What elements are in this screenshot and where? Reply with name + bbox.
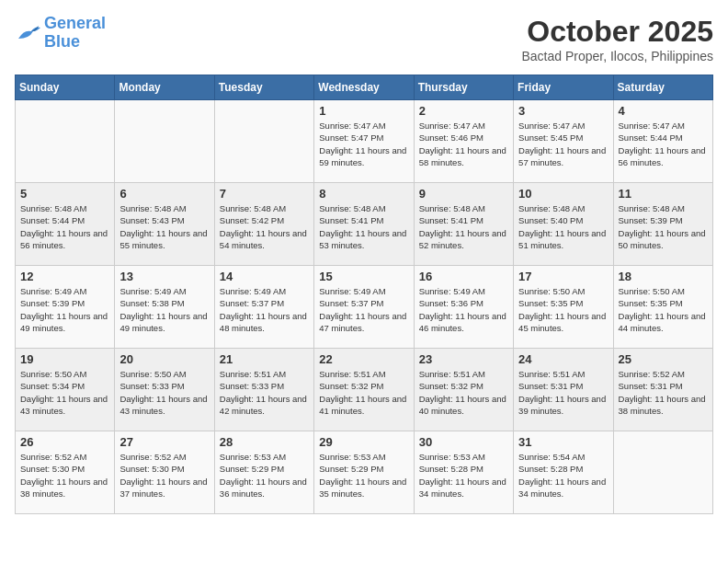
day-info: Sunrise: 5:47 AM Sunset: 5:45 PM Dayligh… [518, 120, 608, 168]
header-tuesday: Tuesday [214, 75, 313, 100]
day-info: Sunrise: 5:47 AM Sunset: 5:44 PM Dayligh… [619, 120, 708, 168]
day-info: Sunrise: 5:48 AM Sunset: 5:41 PM Dayligh… [419, 202, 508, 251]
day-info: Sunrise: 5:48 AM Sunset: 5:43 PM Dayligh… [119, 202, 209, 251]
logo-icon [15, 22, 40, 44]
page-header: General Blue October 2025 Bactad Proper,… [15, 15, 713, 63]
day-info: Sunrise: 5:53 AM Sunset: 5:29 PM Dayligh… [319, 451, 408, 500]
table-row: 25Sunrise: 5:52 AM Sunset: 5:31 PM Dayli… [613, 349, 712, 431]
day-number: 14 [220, 270, 309, 283]
day-info: Sunrise: 5:49 AM Sunset: 5:39 PM Dayligh… [20, 285, 109, 334]
day-info: Sunrise: 5:48 AM Sunset: 5:40 PM Dayligh… [518, 202, 608, 251]
day-number: 28 [220, 435, 309, 449]
day-number: 4 [619, 104, 708, 118]
day-number: 13 [119, 270, 209, 283]
calendar-header: Sunday Monday Tuesday Wednesday Thursday… [16, 75, 713, 100]
day-info: Sunrise: 5:52 AM Sunset: 5:30 PM Dayligh… [20, 451, 109, 500]
table-row: 13Sunrise: 5:49 AM Sunset: 5:38 PM Dayli… [115, 266, 214, 349]
day-number: 31 [518, 435, 608, 449]
table-row: 9Sunrise: 5:48 AM Sunset: 5:41 PM Daylig… [414, 183, 513, 266]
day-number: 25 [619, 352, 708, 366]
table-row: 6Sunrise: 5:48 AM Sunset: 5:43 PM Daylig… [115, 183, 214, 266]
day-info: Sunrise: 5:48 AM Sunset: 5:44 PM Dayligh… [20, 202, 109, 251]
header-friday: Friday [514, 75, 613, 100]
day-number: 18 [619, 270, 708, 283]
table-row: 2Sunrise: 5:47 AM Sunset: 5:46 PM Daylig… [414, 100, 513, 183]
table-row: 15Sunrise: 5:49 AM Sunset: 5:37 PM Dayli… [314, 266, 414, 349]
day-info: Sunrise: 5:48 AM Sunset: 5:41 PM Dayligh… [319, 202, 408, 251]
table-row: 18Sunrise: 5:50 AM Sunset: 5:35 PM Dayli… [613, 266, 712, 349]
table-row: 30Sunrise: 5:53 AM Sunset: 5:28 PM Dayli… [414, 431, 513, 514]
day-info: Sunrise: 5:53 AM Sunset: 5:29 PM Dayligh… [220, 451, 309, 500]
day-number: 23 [419, 352, 508, 366]
table-row: 4Sunrise: 5:47 AM Sunset: 5:44 PM Daylig… [613, 100, 712, 183]
header-sunday: Sunday [16, 75, 115, 100]
logo: General Blue [15, 15, 106, 52]
table-row: 12Sunrise: 5:49 AM Sunset: 5:39 PM Dayli… [16, 266, 115, 349]
day-number: 12 [20, 270, 109, 283]
day-info: Sunrise: 5:49 AM Sunset: 5:37 PM Dayligh… [220, 285, 309, 334]
day-info: Sunrise: 5:51 AM Sunset: 5:31 PM Dayligh… [518, 368, 608, 417]
day-number: 7 [220, 187, 309, 201]
table-row: 23Sunrise: 5:51 AM Sunset: 5:32 PM Dayli… [414, 349, 513, 431]
day-info: Sunrise: 5:48 AM Sunset: 5:39 PM Dayligh… [619, 202, 708, 251]
day-number: 6 [119, 187, 209, 201]
table-row: 8Sunrise: 5:48 AM Sunset: 5:41 PM Daylig… [314, 183, 414, 266]
day-info: Sunrise: 5:50 AM Sunset: 5:35 PM Dayligh… [619, 285, 708, 334]
day-info: Sunrise: 5:51 AM Sunset: 5:33 PM Dayligh… [220, 368, 309, 417]
day-number: 11 [619, 187, 708, 201]
calendar-body: 1Sunrise: 5:47 AM Sunset: 5:47 PM Daylig… [16, 100, 713, 514]
day-number: 22 [319, 352, 408, 366]
day-number: 2 [419, 104, 508, 118]
table-row [613, 431, 712, 514]
table-row: 17Sunrise: 5:50 AM Sunset: 5:35 PM Dayli… [514, 266, 613, 349]
day-info: Sunrise: 5:48 AM Sunset: 5:42 PM Dayligh… [220, 202, 309, 251]
day-number: 16 [419, 270, 508, 283]
header-thursday: Thursday [414, 75, 513, 100]
title-block: October 2025 Bactad Proper, Ilocos, Phil… [521, 15, 713, 63]
day-info: Sunrise: 5:54 AM Sunset: 5:28 PM Dayligh… [518, 451, 608, 500]
day-number: 20 [119, 352, 209, 366]
table-row: 14Sunrise: 5:49 AM Sunset: 5:37 PM Dayli… [214, 266, 313, 349]
day-number: 1 [319, 104, 408, 118]
subtitle: Bactad Proper, Ilocos, Philippines [521, 49, 713, 63]
table-row: 24Sunrise: 5:51 AM Sunset: 5:31 PM Dayli… [514, 349, 613, 431]
day-number: 9 [419, 187, 508, 201]
day-info: Sunrise: 5:52 AM Sunset: 5:30 PM Dayligh… [119, 451, 209, 500]
day-info: Sunrise: 5:47 AM Sunset: 5:46 PM Dayligh… [419, 120, 508, 168]
day-number: 8 [319, 187, 408, 201]
table-row: 22Sunrise: 5:51 AM Sunset: 5:32 PM Dayli… [314, 349, 414, 431]
table-row [115, 100, 214, 183]
table-row: 29Sunrise: 5:53 AM Sunset: 5:29 PM Dayli… [314, 431, 414, 514]
day-number: 27 [119, 435, 209, 449]
table-row: 20Sunrise: 5:50 AM Sunset: 5:33 PM Dayli… [115, 349, 214, 431]
day-number: 24 [518, 352, 608, 366]
table-row: 27Sunrise: 5:52 AM Sunset: 5:30 PM Dayli… [115, 431, 214, 514]
header-saturday: Saturday [613, 75, 712, 100]
month-title: October 2025 [521, 15, 713, 49]
day-info: Sunrise: 5:49 AM Sunset: 5:38 PM Dayligh… [119, 285, 209, 334]
calendar-table: Sunday Monday Tuesday Wednesday Thursday… [15, 75, 713, 514]
table-row: 19Sunrise: 5:50 AM Sunset: 5:34 PM Dayli… [16, 349, 115, 431]
day-number: 5 [20, 187, 109, 201]
day-info: Sunrise: 5:49 AM Sunset: 5:36 PM Dayligh… [419, 285, 508, 334]
day-info: Sunrise: 5:50 AM Sunset: 5:35 PM Dayligh… [518, 285, 608, 334]
table-row: 21Sunrise: 5:51 AM Sunset: 5:33 PM Dayli… [214, 349, 313, 431]
day-info: Sunrise: 5:53 AM Sunset: 5:28 PM Dayligh… [419, 451, 508, 500]
day-number: 17 [518, 270, 608, 283]
table-row: 26Sunrise: 5:52 AM Sunset: 5:30 PM Dayli… [16, 431, 115, 514]
logo-text: General Blue [44, 15, 106, 52]
day-info: Sunrise: 5:47 AM Sunset: 5:47 PM Dayligh… [319, 120, 408, 168]
day-number: 15 [319, 270, 408, 283]
day-number: 26 [20, 435, 109, 449]
day-info: Sunrise: 5:51 AM Sunset: 5:32 PM Dayligh… [319, 368, 408, 417]
day-number: 30 [419, 435, 508, 449]
table-row: 7Sunrise: 5:48 AM Sunset: 5:42 PM Daylig… [214, 183, 313, 266]
table-row: 5Sunrise: 5:48 AM Sunset: 5:44 PM Daylig… [16, 183, 115, 266]
day-info: Sunrise: 5:51 AM Sunset: 5:32 PM Dayligh… [419, 368, 508, 417]
day-number: 21 [220, 352, 309, 366]
day-info: Sunrise: 5:52 AM Sunset: 5:31 PM Dayligh… [619, 368, 708, 417]
table-row: 10Sunrise: 5:48 AM Sunset: 5:40 PM Dayli… [514, 183, 613, 266]
table-row: 31Sunrise: 5:54 AM Sunset: 5:28 PM Dayli… [514, 431, 613, 514]
day-number: 3 [518, 104, 608, 118]
day-info: Sunrise: 5:50 AM Sunset: 5:33 PM Dayligh… [119, 368, 209, 417]
